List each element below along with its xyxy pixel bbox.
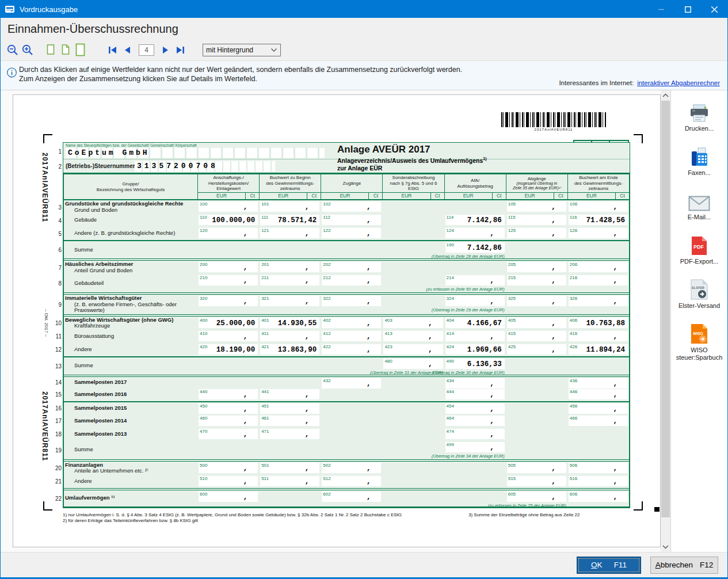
- field-464[interactable]: 464,: [445, 416, 505, 426]
- field-413[interactable]: 413,: [383, 331, 443, 341]
- field-434[interactable]: 434,: [445, 378, 505, 388]
- sidebar-item-elster-versand[interactable]: ELSTERElster-Versand: [671, 278, 727, 310]
- field-470[interactable]: 470,: [199, 429, 258, 439]
- field-114[interactable]: 1147.142,86: [445, 215, 505, 225]
- field-499[interactable]: 499,: [445, 442, 505, 452]
- field-454[interactable]: 454,: [445, 403, 505, 414]
- field-422[interactable]: 422,: [322, 344, 381, 355]
- field-606[interactable]: 606,: [569, 492, 628, 502]
- nav-next-icon[interactable]: [158, 43, 173, 58]
- field-403[interactable]: 403,: [383, 318, 443, 328]
- field-404[interactable]: 4044.166,67: [445, 318, 505, 328]
- field-324[interactable]: 324,: [445, 296, 505, 306]
- sidebar-item-drucken[interactable]: Drucken...: [671, 101, 727, 132]
- field-211[interactable]: 211,: [260, 275, 319, 285]
- field-116[interactable]: 11671.428,56: [569, 215, 628, 225]
- field-420[interactable]: 42018.190,00: [199, 344, 258, 355]
- field-510[interactable]: 510,: [199, 476, 258, 486]
- field-451[interactable]: 451,: [260, 403, 319, 414]
- field-416[interactable]: 416,: [569, 331, 628, 341]
- minimize-button[interactable]: [648, 1, 674, 18]
- field-202[interactable]: 202,: [322, 262, 381, 272]
- field-515[interactable]: 515,: [507, 476, 566, 486]
- sidebar-item-email[interactable]: E-Mail...: [671, 189, 727, 221]
- field-471[interactable]: 471,: [260, 429, 319, 439]
- field-120[interactable]: 120,: [199, 228, 258, 238]
- sidebar-item-pdf-export[interactable]: PDFPDF-Export...: [671, 234, 727, 265]
- page-number-input[interactable]: [139, 44, 154, 56]
- field-501[interactable]: 501,: [260, 463, 319, 473]
- field-440[interactable]: 440,: [199, 389, 258, 399]
- field-216[interactable]: 216,: [569, 275, 628, 285]
- field-461[interactable]: 461,: [260, 416, 319, 426]
- field-500[interactable]: 500,: [199, 463, 258, 473]
- field-602[interactable]: 602,: [322, 492, 381, 502]
- nav-prev-icon[interactable]: [120, 43, 135, 58]
- close-button[interactable]: [701, 1, 727, 18]
- page-fold-icon[interactable]: [58, 43, 73, 58]
- scrollbar-thumb[interactable]: [661, 101, 670, 517]
- zoom-in-icon[interactable]: [20, 43, 35, 58]
- field-206[interactable]: 206,: [569, 262, 628, 272]
- field-512[interactable]: 512,: [322, 476, 381, 486]
- field-326[interactable]: 326,: [569, 296, 628, 306]
- cancel-button[interactable]: Abbrechen F12: [650, 557, 718, 574]
- field-212[interactable]: 212,: [322, 275, 381, 285]
- field-414[interactable]: 414,: [445, 331, 505, 341]
- field-121[interactable]: 121,: [260, 228, 319, 238]
- field-122[interactable]: 122,: [322, 228, 381, 238]
- field-190[interactable]: 1907.142,86: [445, 242, 505, 253]
- field-436[interactable]: 436,: [569, 378, 628, 388]
- abgabenrechner-link[interactable]: interaktiver Abgabenrechner: [637, 79, 720, 86]
- field-321[interactable]: 321,: [260, 296, 319, 306]
- field-126[interactable]: 126,: [569, 228, 628, 238]
- field-505[interactable]: 505,: [507, 463, 566, 473]
- field-424[interactable]: 4241.969,66: [445, 344, 505, 355]
- vertical-scrollbar[interactable]: [661, 90, 670, 552]
- field-200[interactable]: 200,: [199, 262, 258, 272]
- taxpayer-name-field[interactable]: CoEptum GmbH: [66, 148, 325, 158]
- field-214[interactable]: 214,: [445, 275, 505, 285]
- scroll-down-icon[interactable]: [661, 542, 670, 552]
- field-415[interactable]: 415,: [507, 331, 566, 341]
- field-605[interactable]: 605,: [507, 492, 566, 502]
- field-516[interactable]: 516,: [569, 476, 628, 486]
- nav-last-icon[interactable]: [173, 43, 188, 58]
- field-421[interactable]: 42113.863,90: [260, 344, 319, 355]
- field-423[interactable]: 423,: [383, 344, 443, 355]
- field-450[interactable]: 450,: [199, 403, 258, 414]
- field-210[interactable]: 210,: [199, 275, 258, 285]
- field-405[interactable]: 405,: [507, 318, 566, 328]
- field-466[interactable]: 466,: [569, 416, 628, 426]
- field-102[interactable]: 102,: [322, 201, 381, 212]
- field-432[interactable]: 432,: [322, 378, 381, 388]
- field-322[interactable]: 322,: [322, 296, 381, 306]
- field-101[interactable]: 101,: [260, 201, 319, 212]
- field-480[interactable]: 480,: [383, 359, 443, 369]
- field-100[interactable]: 100,: [199, 201, 258, 212]
- ok-button[interactable]: OK F11: [577, 557, 641, 574]
- field-406[interactable]: 40610.763,88: [569, 318, 628, 328]
- field-105[interactable]: 105,: [507, 201, 566, 212]
- field-125[interactable]: 125,: [507, 228, 566, 238]
- field-110[interactable]: 110100.000,00: [199, 215, 258, 225]
- field-456[interactable]: 456,: [569, 403, 628, 414]
- field-401[interactable]: 40114.930,55: [260, 318, 319, 328]
- page-icon[interactable]: [43, 43, 58, 58]
- nav-first-icon[interactable]: [105, 43, 120, 58]
- field-410[interactable]: 410,: [199, 331, 258, 341]
- field-460[interactable]: 460,: [199, 416, 258, 426]
- field-201[interactable]: 201,: [260, 262, 319, 272]
- field-411[interactable]: 411,: [260, 331, 319, 341]
- scroll-up-icon[interactable]: [661, 90, 670, 100]
- field-425[interactable]: 425,: [507, 344, 566, 355]
- field-444[interactable]: 444,: [445, 389, 505, 399]
- field-506[interactable]: 506,: [569, 463, 628, 473]
- field-426[interactable]: 42611.894,24: [569, 344, 628, 355]
- sidebar-item-faxen[interactable]: Faxen...: [671, 145, 727, 177]
- field-402[interactable]: 402,: [322, 318, 381, 328]
- field-215[interactable]: 215,: [507, 275, 566, 285]
- field-400[interactable]: 40025.000,00: [199, 318, 258, 328]
- field-511[interactable]: 511,: [260, 476, 319, 486]
- maximize-button[interactable]: [674, 1, 701, 18]
